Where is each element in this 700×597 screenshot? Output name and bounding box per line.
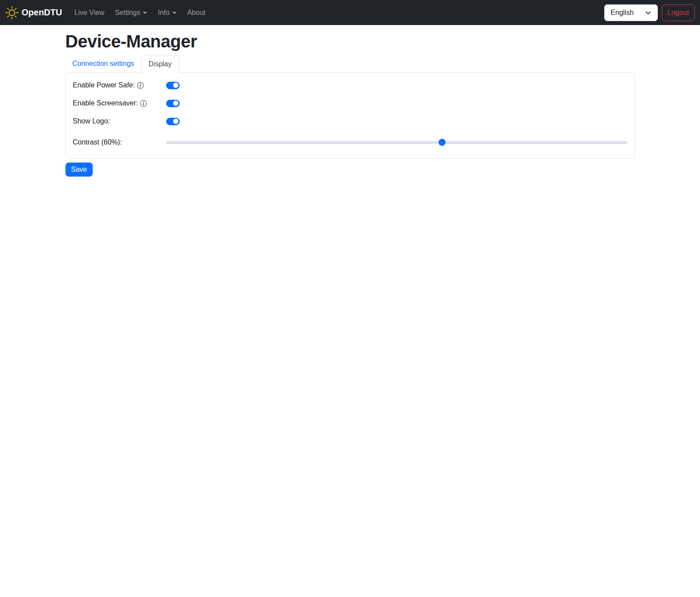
nav-item-settings-label: Settings [115,9,140,17]
tab-connection-settings[interactable]: Connection settings [65,55,141,72]
main-content: Device-Manager Connection settings Displ… [60,32,640,177]
page-title: Device-Manager [65,32,635,51]
nav-item-info[interactable]: Info [154,5,180,20]
language-select-value: English [611,9,634,17]
brand-link[interactable]: OpenDTU [5,6,62,19]
power-safe-toggle[interactable] [166,82,180,89]
nav-links: Live View Settings Info About [69,5,604,20]
contrast-label: Contrast (60%): [73,137,166,148]
power-safe-control [166,80,627,90]
screensaver-label: Enable Screensaver: [73,98,166,109]
power-safe-label-text: Enable Power Safe: [73,80,135,90]
screensaver-toggle[interactable] [166,100,180,107]
save-button[interactable]: Save [65,163,93,177]
form-row-power-safe: Enable Power Safe: [73,80,627,90]
form-row-show-logo: Show Logo: [73,116,627,127]
screensaver-label-text: Enable Screensaver: [73,98,138,109]
info-icon[interactable] [140,100,147,107]
chevron-down-icon [645,10,651,16]
nav-item-live-view[interactable]: Live View [71,5,108,20]
tab-display[interactable]: Display [141,55,179,73]
form-row-screensaver: Enable Screensaver: [73,98,627,109]
info-icon[interactable] [137,82,144,89]
caret-down-icon [172,12,177,14]
nav-item-settings[interactable]: Settings [111,5,151,20]
nav-item-info-label: Info [158,9,170,17]
show-logo-control [166,116,627,127]
display-settings-form: Enable Power Safe: Enable Screensaver: [66,73,635,158]
brand-label: OpenDTU [22,7,62,18]
power-safe-label: Enable Power Safe: [73,80,166,90]
language-select[interactable]: English [604,4,658,21]
show-logo-toggle[interactable] [166,118,180,125]
show-logo-label-text: Show Logo: [73,116,110,127]
display-settings-card: Enable Power Safe: Enable Screensaver: [65,72,635,159]
caret-down-icon [143,12,147,14]
tab-bar: Connection settings Display [65,55,635,72]
contrast-label-text: Contrast (60%): [73,137,122,148]
contrast-slider[interactable] [166,139,627,146]
contrast-control [166,137,627,148]
show-logo-label: Show Logo: [73,116,166,127]
navbar: OpenDTU Live View Settings Info About En… [0,0,700,25]
nav-item-about[interactable]: About [184,5,209,20]
navbar-right: English Logout [604,4,695,21]
screensaver-control [166,98,627,109]
sun-icon [5,6,18,19]
logout-button[interactable]: Logout [662,4,695,21]
form-row-contrast: Contrast (60%): [73,137,627,148]
